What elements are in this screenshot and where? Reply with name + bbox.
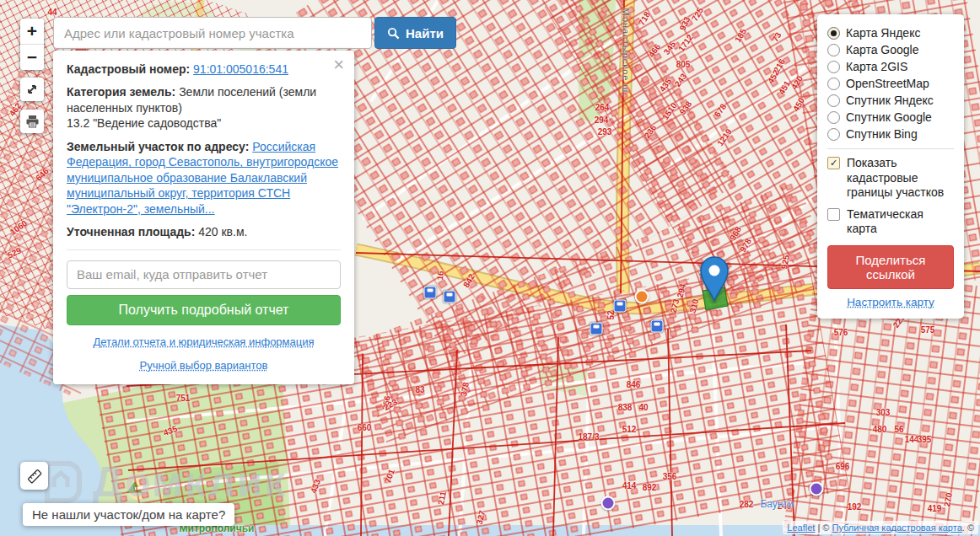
ruler-icon bbox=[26, 468, 43, 485]
radio-icon[interactable] bbox=[827, 128, 840, 141]
layer-option-label: Карта 2GIS bbox=[846, 60, 907, 73]
location-pin-icon[interactable] bbox=[698, 255, 730, 303]
cadastral-number-row: Кадастровый номер: 91:01:005016:541 bbox=[67, 62, 341, 77]
overlay-option-label: Тематическая карта bbox=[847, 207, 954, 237]
manual-select-link[interactable]: Ручной выбор вариантов bbox=[67, 358, 341, 373]
find-button[interactable]: Найти bbox=[374, 17, 456, 49]
leaflet-link[interactable]: Leaflet bbox=[787, 523, 815, 533]
printer-icon bbox=[25, 115, 40, 128]
get-report-button[interactable]: Получить подробный отчет bbox=[67, 295, 341, 325]
radio-icon[interactable] bbox=[827, 27, 840, 40]
layer-option-label: Карта Google bbox=[846, 43, 919, 56]
radio-icon[interactable] bbox=[827, 44, 840, 56]
layers-divider bbox=[827, 148, 954, 149]
measure-button[interactable] bbox=[20, 462, 48, 490]
layer-option[interactable]: Спутник Яндекс bbox=[827, 94, 954, 107]
report-details-link[interactable]: Детали отчета и юридическая информация bbox=[67, 335, 341, 349]
layer-option-label: Карта Яндекс bbox=[846, 26, 920, 40]
layer-option-label: Спутник Bing bbox=[846, 127, 918, 141]
area-value: 420 кв.м. bbox=[198, 225, 247, 239]
overlay-list: Показать кадастровые границы участковТем… bbox=[827, 156, 954, 237]
layer-option[interactable]: Карта 2GIS bbox=[827, 60, 954, 73]
customize-map-link[interactable]: Настроить карту bbox=[827, 296, 954, 308]
usage-value: 13.2 "Ведение садоводства" bbox=[67, 116, 221, 130]
zoom-out-button[interactable]: − bbox=[20, 45, 44, 70]
attribution-separator: | © bbox=[815, 523, 832, 533]
panel-divider bbox=[67, 249, 341, 250]
category-row: Категория земель: Земли поселений (земли… bbox=[67, 84, 341, 131]
checkbox-icon[interactable] bbox=[827, 208, 840, 221]
address-row: Земельный участок по адресу: Российская … bbox=[67, 139, 341, 217]
layer-option-label: Спутник Google bbox=[846, 110, 932, 124]
overlay-option[interactable]: Показать кадастровые границы участков bbox=[827, 156, 954, 201]
layer-option[interactable]: Карта Google bbox=[827, 43, 954, 56]
close-icon[interactable]: × bbox=[333, 56, 344, 74]
zoom-controls: + − bbox=[20, 19, 44, 70]
radio-icon[interactable] bbox=[827, 111, 840, 124]
area-label: Уточненная площадь: bbox=[67, 225, 195, 239]
map-attribution: Leaflet | © Публичная кадастровая карта.… bbox=[783, 521, 978, 534]
radio-icon[interactable] bbox=[827, 78, 840, 90]
not-found-button[interactable]: Не нашли участок/дом на карте? bbox=[23, 503, 234, 526]
area-row: Уточненная площадь: 420 кв.м. bbox=[67, 224, 341, 239]
layer-option-label: OpenStreetMap bbox=[846, 77, 929, 90]
layer-option[interactable]: Спутник Google bbox=[827, 110, 954, 124]
checkbox-icon[interactable] bbox=[827, 157, 840, 169]
cadastral-number-label: Кадастровый номер: bbox=[67, 62, 190, 76]
find-button-label: Найти bbox=[406, 26, 444, 40]
map-page: { "search": { "placeholder": "Адрес или … bbox=[0, 0, 980, 536]
attribution-suffix: . © bbox=[962, 523, 974, 533]
share-link-button[interactable]: Поделиться ссылкой bbox=[827, 245, 954, 289]
parcel-info-panel: × Кадастровый номер: 91:01:005016:541 Ка… bbox=[53, 51, 354, 384]
base-layer-list: Карта ЯндексКарта GoogleКарта 2GISOpenSt… bbox=[827, 26, 954, 141]
fullscreen-button[interactable] bbox=[20, 78, 44, 101]
source-link[interactable]: Публичная кадастровая карта bbox=[832, 523, 962, 533]
email-field[interactable] bbox=[67, 260, 341, 289]
address-label: Земельный участок по адресу: bbox=[67, 140, 249, 153]
radio-icon[interactable] bbox=[827, 61, 840, 73]
layers-panel: Карта ЯндексКарта GoogleКарта 2GISOpenSt… bbox=[817, 14, 964, 319]
layer-option-label: Спутник Яндекс bbox=[846, 94, 934, 107]
search-icon bbox=[387, 27, 400, 40]
overlay-option[interactable]: Тематическая карта bbox=[827, 207, 954, 237]
layer-option[interactable]: Карта Яндекс bbox=[827, 26, 954, 40]
category-label: Категория земель: bbox=[67, 85, 175, 99]
radio-icon[interactable] bbox=[827, 94, 840, 107]
overlay-option-label: Показать кадастровые границы участков bbox=[847, 156, 954, 201]
search-bar: Найти bbox=[53, 17, 456, 49]
cadastral-number-link[interactable]: 91:01:005016:541 bbox=[193, 62, 288, 76]
zoom-in-button[interactable]: + bbox=[20, 19, 44, 45]
expand-arrows-icon bbox=[25, 83, 39, 96]
layer-option[interactable]: OpenStreetMap bbox=[827, 77, 954, 90]
layer-option[interactable]: Спутник Bing bbox=[827, 127, 954, 141]
print-button[interactable] bbox=[20, 110, 44, 133]
search-input[interactable] bbox=[53, 17, 372, 49]
